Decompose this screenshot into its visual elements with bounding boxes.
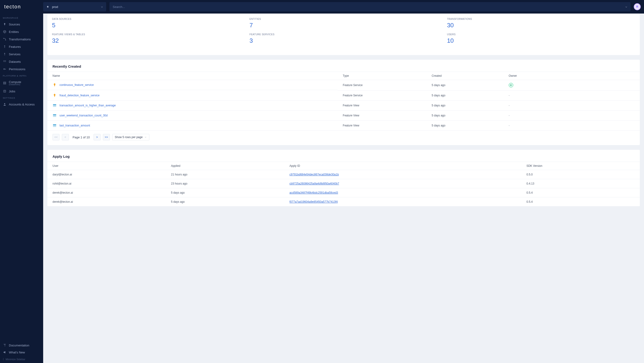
recently-created-card: Recently Created NameTypeCreatedOwner co… <box>47 60 640 145</box>
sidebar-item-permissions[interactable]: Permissions <box>0 65 43 73</box>
list-icon <box>3 89 6 93</box>
item-created: 5 days ago <box>426 100 504 110</box>
sidebar-item-jobs[interactable]: Jobs <box>0 88 43 95</box>
column-header[interactable]: SDK Version <box>521 162 640 170</box>
apply-sdk: 0.5.4 <box>521 188 640 197</box>
search-placeholder: Search... <box>113 5 125 9</box>
apply-id-link[interactable]: cb9725a26086425a9a4d9d950a4040b7 <box>290 182 339 185</box>
stat-value[interactable]: 7 <box>250 22 438 29</box>
stat-value[interactable]: 3 <box>250 37 438 44</box>
minimize-sidebar-button[interactable]: ⟨ Minimize Sidebar <box>0 356 43 363</box>
bolt-icon <box>46 5 49 8</box>
apply-log-card: Apply Log UserAppliedApply IDSDK Version… <box>47 150 640 206</box>
sidebar-item-sources[interactable]: Sources <box>0 20 43 28</box>
search-input[interactable]: Search... <box>110 2 630 12</box>
nav-label: Features <box>9 45 21 48</box>
svg-rect-21 <box>53 126 56 127</box>
item-link[interactable]: last_transaction_amount <box>60 124 90 127</box>
stat-transformations: TRANSFORMATIONS30 <box>447 18 635 29</box>
view-icon <box>52 114 57 118</box>
item-created: 5 days ago <box>426 120 504 131</box>
item-owner: - <box>504 110 640 120</box>
nav-section-workspace-label: WORKSPACE <box>0 15 43 20</box>
column-header[interactable]: Name <box>47 72 338 80</box>
nav-label: Accounts & Access <box>9 103 35 106</box>
owner-empty: - <box>509 104 510 107</box>
apply-user: rohit@tecton.ai <box>47 179 166 188</box>
rows-per-page-label: Show 5 rows per page <box>115 136 142 139</box>
stat-label: USERS <box>447 33 635 36</box>
item-created: 5 days ago <box>426 80 504 90</box>
sidebar-bottom-item-what-s-new[interactable]: What's New <box>0 349 43 356</box>
stat-value[interactable]: 5 <box>52 22 240 29</box>
environment-selector[interactable]: prod <box>43 2 106 12</box>
item-link[interactable]: continuous_feature_service <box>60 83 94 86</box>
sidebar-bottom-item-documentation[interactable]: Documentation <box>0 342 43 349</box>
svg-rect-9 <box>4 82 6 83</box>
svg-point-12 <box>4 103 5 104</box>
user-avatar[interactable]: R <box>634 3 641 10</box>
stat-value[interactable]: 32 <box>52 37 240 44</box>
svg-point-2 <box>4 60 4 61</box>
column-header[interactable]: Applied <box>166 162 284 170</box>
apply-sdk: 0.5.4 <box>521 197 640 206</box>
table-row: transaction_amount_is_higher_than_averag… <box>47 100 640 110</box>
column-header[interactable]: Type <box>338 72 426 80</box>
sidebar-item-transformations[interactable]: Transformations <box>0 36 43 43</box>
sidebar-item-entities[interactable]: Entities <box>0 28 43 36</box>
page-label: Page 1 of 10 <box>72 136 90 139</box>
apply-sdk: 0.4.13 <box>521 179 640 188</box>
recently-created-title: Recently Created <box>47 60 640 72</box>
item-link[interactable]: transaction_amount_is_higher_than_averag… <box>60 104 116 107</box>
apply-id-link[interactable]: f077a7ad19604a9e85450a577b7413f4 <box>290 200 338 204</box>
apply-time: 21 hours ago <box>166 170 284 179</box>
svg-rect-14 <box>53 105 56 106</box>
owner-empty: - <box>509 114 510 117</box>
column-header[interactable]: Apply ID <box>284 162 522 170</box>
item-link[interactable]: user_weekend_transaction_count_30d <box>60 114 108 117</box>
sidebar-item-datasets[interactable]: Datasets <box>0 58 43 65</box>
apply-time: 5 days ago <box>166 188 284 197</box>
item-owner: - <box>504 90 640 100</box>
page-first-button[interactable]: << <box>52 134 60 140</box>
column-header[interactable]: Owner <box>504 72 640 80</box>
cube-icon <box>3 30 6 34</box>
item-type: Feature View <box>338 100 426 110</box>
page-prev-button[interactable]: < <box>62 134 69 140</box>
owner-badge[interactable]: K <box>509 83 513 88</box>
diamond3-icon <box>3 45 6 48</box>
stat-label: DATA SOURCES <box>52 18 240 20</box>
environment-name: prod <box>52 5 58 9</box>
apply-user: derek@tecton.ai <box>47 188 166 197</box>
rows-per-page-select[interactable]: Show 5 rows per page <box>112 134 149 140</box>
svg-rect-18 <box>53 116 56 117</box>
svg-point-0 <box>4 38 4 38</box>
avatar-initial: R <box>636 5 638 8</box>
apply-id-link[interactable]: acd589a3487f49b4bdc2591dba59ced3 <box>290 191 338 194</box>
stat-value[interactable]: 10 <box>447 37 635 44</box>
svg-rect-17 <box>53 115 56 116</box>
flow-icon <box>3 37 6 41</box>
sidebar-item-compute[interactable]: Compute(Databricks) <box>0 78 43 88</box>
sidebar-item-features[interactable]: Features <box>0 43 43 50</box>
item-link[interactable]: fraud_detection_feature_service <box>60 94 100 97</box>
apply-log-title: Apply Log <box>47 150 640 162</box>
apply-id-link[interactable]: c9791bd684e54dec867eca038de30a1b <box>290 173 339 176</box>
table-row: rohit@tecton.ai23 hours agocb9725a260864… <box>47 179 640 188</box>
stat-label: FEATURE SERVICES <box>250 33 438 36</box>
svg-point-3 <box>4 60 5 61</box>
svg-point-7 <box>5 61 6 62</box>
item-type: Feature Service <box>338 80 426 90</box>
table-row: fraud_detection_feature_serviceFeature S… <box>47 90 640 100</box>
item-created: 5 days ago <box>426 110 504 120</box>
column-header[interactable]: User <box>47 162 166 170</box>
svg-point-5 <box>4 61 4 62</box>
stat-value[interactable]: 30 <box>447 22 635 29</box>
sidebar-item-services[interactable]: Services <box>0 50 43 58</box>
column-header[interactable]: Created <box>426 72 504 80</box>
sidebar-item-accounts-access[interactable]: Accounts & Access <box>0 100 43 108</box>
page-last-button[interactable]: >> <box>103 134 110 140</box>
svg-rect-19 <box>53 124 56 125</box>
apply-user: derek@tecton.ai <box>47 197 166 206</box>
page-next-button[interactable]: > <box>94 134 100 140</box>
